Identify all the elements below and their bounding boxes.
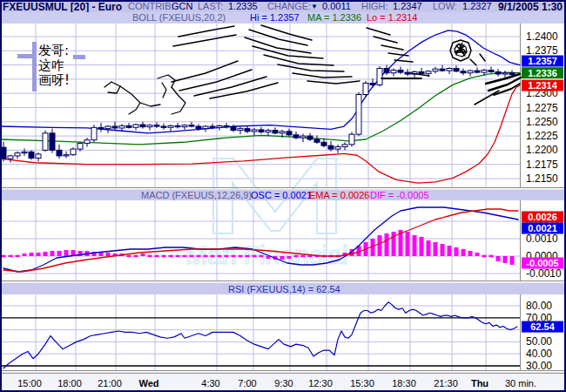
value-box-label: 0.0026 bbox=[528, 212, 557, 222]
y-axis-label: 1.2200 bbox=[526, 144, 558, 156]
last-value: 1.2335 bbox=[228, 1, 258, 11]
x-axis-label: 21:00 bbox=[98, 378, 122, 389]
value-box-label: 62.54 bbox=[530, 321, 555, 332]
y-axis-label: 1.2400 bbox=[526, 30, 558, 43]
y-axis-label: 1.2175 bbox=[526, 159, 558, 171]
bollinger-header-bar: BOLL (FXEUUS,20,2) Hi = 1.2357 MA = 1.23… bbox=[0, 12, 566, 24]
value-box-label: 1.2314 bbox=[528, 80, 558, 91]
annotation-line: 画呀! bbox=[38, 73, 70, 88]
x-axis-label: 18:30 bbox=[392, 378, 416, 389]
value-box-label: -0.0005 bbox=[526, 258, 558, 268]
x-axis-label: Wed bbox=[138, 378, 158, 389]
contrib-label: CONTRIB: bbox=[128, 1, 174, 11]
contrib-value: GCN bbox=[172, 1, 192, 11]
x-axis-label: 15:00 bbox=[17, 378, 42, 389]
low-label: LOW: bbox=[433, 1, 457, 11]
x-axis-label: 4:30 bbox=[201, 378, 219, 389]
macd-panel-plot[interactable] bbox=[0, 200, 520, 280]
x-axis-label: 15:30 bbox=[350, 378, 374, 389]
price-panel-plot[interactable] bbox=[0, 24, 520, 187]
boll-label: BOLL (FXEUUS,20,2) bbox=[132, 12, 226, 23]
x-axis-label: 12:30 bbox=[308, 378, 333, 389]
x-axis-label: 9:30 bbox=[274, 378, 293, 389]
boll-ma-value: MA = 1.2336 bbox=[307, 12, 361, 23]
macd-osc-value: OSC = 0.0021 bbox=[251, 190, 312, 200]
rsi-header-bar: RSI (FXEUUS,14) = 62.54 bbox=[0, 283, 566, 294]
x-axis-label: 21:30 bbox=[434, 378, 458, 389]
change-down-arrow-icon: ▼ bbox=[311, 3, 318, 10]
high-value: 1.2347 bbox=[393, 1, 422, 11]
x-axis-label: 7:00 bbox=[238, 378, 256, 389]
y-axis-label: 1.2250 bbox=[526, 116, 558, 128]
handwritten-annotation-text: 发哥: 这咋 画呀! bbox=[38, 44, 70, 88]
macd-label: MACD (FXEUUS,12,26,9) bbox=[141, 190, 252, 200]
change-label: CHANGE: bbox=[267, 1, 311, 11]
high-label: HIGH: bbox=[361, 1, 388, 11]
y-axis-label: 1.2275 bbox=[526, 102, 558, 114]
boll-lo-value: Lo = 1.2314 bbox=[367, 12, 417, 23]
macd-ema-value: EMA = 0.0026 bbox=[309, 190, 369, 200]
y-axis-label: 1.2225 bbox=[526, 130, 558, 142]
quote-header-bar: FXEUUSMUL [20] - Euro CONTRIB: GCN LAST:… bbox=[0, 0, 566, 12]
rsi-label: RSI (FXEUUS,14) = 62.54 bbox=[228, 284, 340, 294]
annotation-line: 这咋 bbox=[38, 58, 70, 73]
chart-window: Man Financial1.24001.23751.23001.22751.2… bbox=[0, 0, 566, 392]
y-axis-label: 50.00 bbox=[526, 335, 552, 348]
y-axis-label: 0.0010 bbox=[526, 233, 558, 245]
x-axis-label: 30 min. bbox=[505, 378, 536, 389]
low-value: 1.2327 bbox=[462, 1, 492, 11]
value-box-label: 1.2357 bbox=[528, 56, 557, 66]
macd-dif-value: DIF = -0.0005 bbox=[370, 190, 429, 200]
annotation-line: 发哥: bbox=[38, 44, 70, 58]
macd-header-bar: MACD (FXEUUS,12,26,9) OSC = 0.0021 EMA =… bbox=[0, 190, 566, 200]
y-axis-label: -0.0010 bbox=[526, 267, 562, 280]
last-label: LAST: bbox=[198, 1, 223, 11]
rsi-panel-plot[interactable] bbox=[0, 294, 520, 370]
y-axis-label: 30.00 bbox=[526, 360, 552, 372]
value-box-label: 1.2336 bbox=[528, 68, 557, 78]
boll-hi-value: Hi = 1.2357 bbox=[250, 12, 300, 23]
x-axis-label: Thu bbox=[471, 378, 489, 389]
symbol-title: FXEUUSMUL [20] - Euro bbox=[3, 1, 122, 13]
x-axis-label: 18:00 bbox=[57, 378, 82, 389]
y-axis-label: 80.00 bbox=[526, 300, 552, 312]
change-value: 0.0011 bbox=[322, 1, 351, 11]
y-axis-label: 1.2150 bbox=[526, 172, 558, 185]
value-box-label: 0.0021 bbox=[528, 223, 557, 233]
y-axis-label: 40.00 bbox=[526, 348, 552, 360]
datetime: 9/1/2005 1:30 bbox=[498, 1, 563, 13]
time-axis: 15:0018:0021:00Wed4:307:009:3012:3015:30… bbox=[0, 373, 566, 392]
